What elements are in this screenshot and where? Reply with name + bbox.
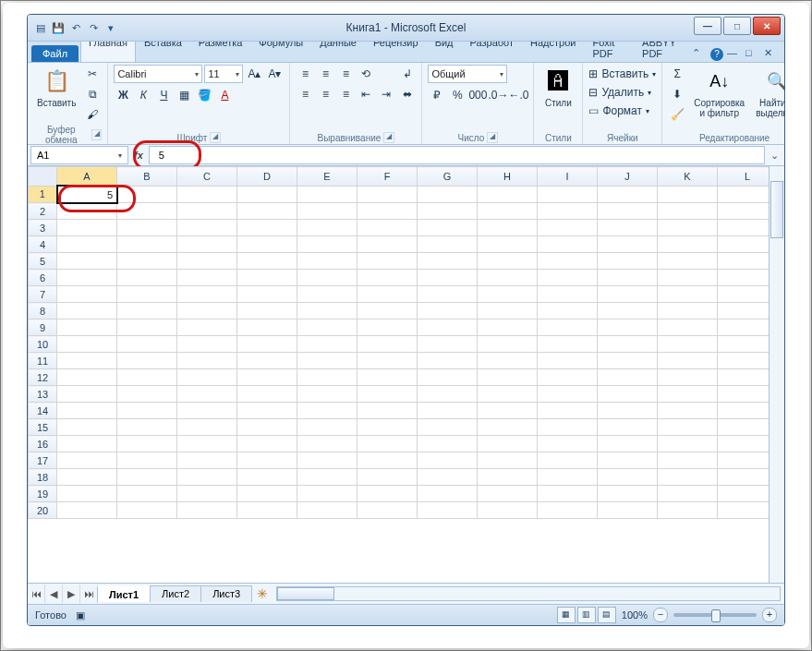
cell[interactable] (358, 236, 418, 253)
cell[interactable] (658, 353, 718, 369)
cell[interactable] (478, 220, 538, 236)
window-minimize-button[interactable]: — (694, 17, 721, 35)
cell[interactable]: 5 (57, 186, 117, 203)
cut-button[interactable]: ✂ (83, 65, 102, 83)
grow-font-button[interactable]: A▴ (245, 65, 263, 83)
cell[interactable] (57, 236, 117, 253)
cell[interactable] (57, 203, 117, 220)
cell[interactable] (237, 253, 297, 270)
sort-filter-button[interactable]: A↓ Сортировка и фильтр (690, 65, 748, 120)
cell[interactable] (418, 369, 478, 386)
row-header[interactable]: 16 (29, 436, 57, 452)
cell[interactable] (418, 203, 478, 220)
cell[interactable] (658, 303, 718, 319)
view-button-1[interactable]: ▥ (577, 607, 596, 623)
col-header[interactable]: D (237, 167, 297, 187)
cell[interactable] (358, 303, 418, 319)
cell[interactable] (658, 270, 718, 286)
cell[interactable] (598, 253, 658, 270)
cell[interactable] (478, 253, 538, 270)
orientation-button[interactable]: ⟲ (357, 65, 375, 83)
cell[interactable] (658, 319, 718, 336)
currency-button[interactable]: ₽ (428, 86, 446, 104)
cell[interactable] (658, 502, 718, 519)
cell[interactable] (598, 469, 658, 486)
cell[interactable] (57, 436, 117, 452)
alignment-launcher[interactable]: ◢ (383, 132, 394, 143)
cell[interactable] (418, 220, 478, 236)
zoom-out-button[interactable]: − (653, 608, 668, 622)
cell[interactable] (538, 436, 598, 452)
insert-cells-button[interactable]: ⊞Вставить▾ (588, 65, 656, 83)
cell[interactable] (358, 386, 418, 403)
comma-button[interactable]: 000 (468, 86, 487, 104)
cell[interactable] (177, 452, 237, 469)
zoom-slider[interactable] (673, 613, 757, 617)
cell[interactable] (57, 502, 117, 519)
qat-save-icon[interactable]: 💾 (51, 20, 66, 35)
cell[interactable] (297, 502, 358, 519)
cell[interactable] (177, 386, 237, 403)
align-left-button[interactable]: ≡ (296, 85, 314, 103)
qat-undo-icon[interactable]: ↶ (68, 20, 83, 35)
styles-button[interactable]: 🅰 Стили (539, 65, 576, 110)
cell[interactable] (57, 286, 117, 303)
cell[interactable] (177, 270, 237, 286)
cell[interactable] (418, 403, 478, 419)
cell[interactable] (177, 220, 237, 236)
cell[interactable] (358, 336, 418, 353)
cell[interactable] (658, 403, 718, 419)
cell[interactable] (598, 236, 658, 253)
wrap-text-button[interactable]: ↲ (399, 65, 416, 83)
cell[interactable] (478, 419, 538, 436)
cell[interactable] (418, 186, 478, 203)
cell[interactable] (418, 469, 478, 486)
mdi-minimize-icon[interactable]: — (727, 47, 742, 62)
cell[interactable] (57, 319, 117, 336)
format-cells-button[interactable]: ▭Формат▾ (588, 102, 649, 120)
cell[interactable] (57, 253, 117, 270)
cell[interactable] (538, 486, 598, 502)
cell[interactable] (177, 186, 237, 203)
cell[interactable] (658, 286, 718, 303)
col-header[interactable]: I (538, 167, 598, 187)
cell[interactable] (57, 469, 117, 486)
cell[interactable] (177, 469, 237, 486)
cell[interactable] (297, 286, 358, 303)
cell[interactable] (237, 419, 297, 436)
cell[interactable] (538, 502, 598, 519)
cell[interactable] (237, 336, 297, 353)
col-header[interactable]: F (358, 167, 418, 187)
bold-button[interactable]: Ж (114, 86, 132, 104)
row-header[interactable]: 17 (29, 452, 57, 469)
cell[interactable] (297, 369, 358, 386)
cell[interactable] (177, 436, 237, 452)
zoom-level[interactable]: 100% (622, 609, 648, 621)
cell[interactable] (177, 303, 237, 319)
cell[interactable] (117, 336, 177, 353)
cell[interactable] (237, 369, 297, 386)
cell[interactable] (117, 203, 177, 220)
mdi-restore-icon[interactable]: □ (745, 47, 760, 62)
cell[interactable] (418, 502, 478, 519)
cell[interactable] (177, 369, 237, 386)
help-icon[interactable]: ? (710, 48, 723, 61)
zoom-in-button[interactable]: + (762, 608, 777, 622)
cell[interactable] (358, 486, 418, 502)
cell[interactable] (718, 319, 770, 336)
cell[interactable] (297, 186, 358, 203)
cell[interactable] (117, 220, 177, 236)
cell[interactable] (117, 386, 177, 403)
cell[interactable] (598, 403, 658, 419)
cell[interactable] (297, 386, 358, 403)
fill-button[interactable]: ⬇ (668, 85, 686, 103)
cell[interactable] (297, 436, 358, 452)
cell[interactable] (177, 419, 237, 436)
decrease-decimal-button[interactable]: ←.0 (509, 86, 527, 104)
cell[interactable] (538, 369, 598, 386)
cell[interactable] (718, 186, 770, 203)
cell[interactable] (478, 319, 538, 336)
cell[interactable] (297, 403, 358, 419)
cell[interactable] (598, 486, 658, 502)
cell[interactable] (117, 369, 177, 386)
